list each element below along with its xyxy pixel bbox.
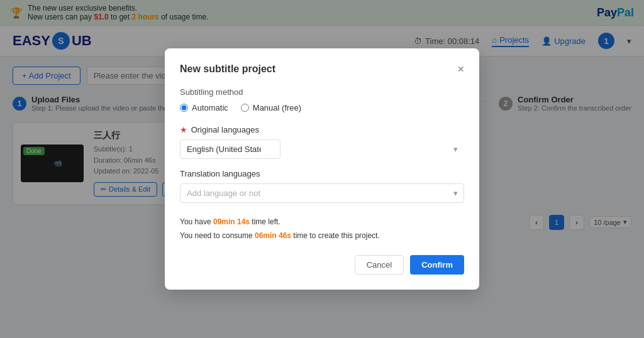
manual-radio[interactable] bbox=[241, 104, 249, 112]
subtitling-method-group: Automatic Manual (free) bbox=[180, 103, 464, 112]
translation-lang-field-label: Translation languages bbox=[180, 169, 464, 178]
modal-close-button[interactable]: × bbox=[457, 63, 464, 75]
modal-title: New subtitle project bbox=[180, 63, 275, 75]
original-lang-select-wrapper: English (United States) Chinese (Simplif… bbox=[180, 139, 464, 159]
translation-lang-select-wrapper: Add language or not Chinese (Simplified)… bbox=[180, 183, 464, 203]
manual-option[interactable]: Manual (free) bbox=[241, 103, 301, 112]
original-lang-field-label: ★ Original languages bbox=[180, 125, 464, 134]
time-left-value: 09min 14s bbox=[213, 217, 250, 226]
subtitling-method-label: Subtitling method bbox=[180, 87, 464, 97]
original-lang-select[interactable]: English (United States) Chinese (Simplif… bbox=[180, 139, 280, 159]
modal-overlay[interactable]: New subtitle project × Subtitling method… bbox=[0, 0, 644, 240]
modal-header: New subtitle project × bbox=[180, 63, 464, 75]
time-consume-value: 06min 46s bbox=[255, 231, 291, 240]
translation-lang-select[interactable]: Add language or not Chinese (Simplified)… bbox=[180, 183, 464, 203]
automatic-radio[interactable] bbox=[180, 104, 188, 112]
modal: New subtitle project × Subtitling method… bbox=[165, 48, 479, 240]
modal-info: You have 09min 14s time left. You need t… bbox=[180, 215, 464, 240]
required-star: ★ bbox=[180, 125, 187, 134]
automatic-option[interactable]: Automatic bbox=[180, 103, 228, 112]
